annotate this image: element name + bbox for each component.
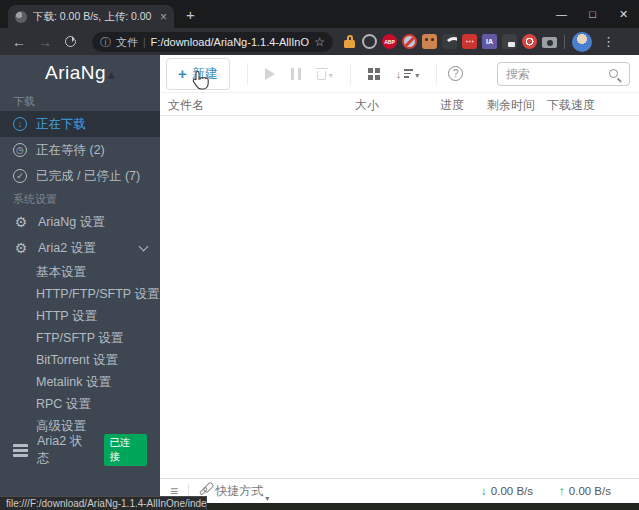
sidebar-item-label: 正在下载 [36,116,86,133]
sidebar-item-label: 已完成 / 已停止 (7) [36,168,140,185]
record-extension-icon[interactable] [522,34,537,49]
address-bar[interactable]: ⓘ 文件 | F:/download/AriaNg-1.1.4-AllInOne… [92,32,333,52]
blocker-extension-icon[interactable] [402,34,417,49]
sidebar-subitem-bittorrent[interactable]: BitTorrent 设置 [0,349,160,371]
forward-icon[interactable]: → [32,34,58,50]
new-task-button[interactable]: + 新建 [166,58,230,90]
extensions-row: ABP ⋯ IA ⋮ [342,31,621,52]
pause-button[interactable] [291,68,301,80]
maximize-button[interactable]: □ [577,0,608,28]
delete-button[interactable]: ▾ [317,68,333,80]
toolbar-divider [436,63,437,85]
column-header-size[interactable]: 大小 [355,97,379,114]
caret-down-icon: ▾ [265,494,269,503]
sidebar-section-downloads: 下载 [0,91,160,111]
screenshot-extension-icon[interactable] [542,37,557,48]
tab-close-icon[interactable]: × [160,11,167,23]
adblock-extension-icon[interactable]: ABP [382,34,397,49]
app-logo: AriaNg [0,55,160,91]
link-icon [199,486,208,495]
column-header-filename[interactable]: 文件名 [168,97,204,114]
browser-titlebar: 下载: 0.00 B/s, 上传: 0.00 B/s - AriaNg × + … [0,0,639,28]
back-icon[interactable]: ← [6,34,32,50]
sidebar-item-ariang-settings[interactable]: ⚙ AriaNg 设置 [0,209,160,235]
search-box [497,62,630,86]
logo-mark-icon [107,72,117,82]
sidebar-item-waiting[interactable]: ◷ 正在等待 (2) [0,137,160,163]
speed-indicators: ↓ 0.00 B/s ↑ 0.00 B/s [481,485,629,497]
toolbar-divider [247,63,248,85]
view-mode-button[interactable] [368,68,380,80]
sidebar-item-aria2-status[interactable]: Aria2 状态 已连接 [0,437,160,463]
profile-avatar[interactable] [572,32,592,52]
sidebar-item-aria2-settings[interactable]: ⚙ Aria2 设置 [0,235,160,261]
sidebar-subitem-ftp-sftp[interactable]: FTP/SFTP 设置 [0,327,160,349]
main-panel: + 新建 ▾ ↓ ▾ ? 文件名 大小 进度 剩余时间 下载速度 [160,55,639,503]
sidebar-item-downloading[interactable]: ↓ 正在下载 [0,111,160,137]
sidebar-subitem-metalink[interactable]: Metalink 设置 [0,371,160,393]
sidebar-section-settings: 系统设置 [0,189,160,209]
shortcut-menu[interactable]: 快捷方式 [215,483,263,500]
server-icon [13,444,28,457]
tampermonkey-extension-icon[interactable] [422,34,437,49]
search-input[interactable] [506,67,608,81]
page-info-icon[interactable]: ⓘ [100,35,111,50]
window-controls: — □ ✕ [546,0,639,28]
gears-icon: ⚙ [13,240,29,256]
scheme-label: 文件 [116,35,138,50]
upload-speed-value: 0.00 B/s [569,485,611,497]
table-header: 文件名 大小 进度 剩余时间 下载速度 [160,93,639,116]
column-header-speed[interactable]: 下载速度 [547,97,595,114]
sidebar-subitem-http-ftp-sftp[interactable]: HTTP/FTP/SFTP 设置 [0,283,160,305]
url-text[interactable]: F:/download/AriaNg-1.1.4-AllInOne... [151,36,310,48]
archive-extension-icon[interactable]: IA [482,34,497,49]
tab-favicon-icon [15,11,27,23]
sidebar-item-stopped[interactable]: ✓ 已完成 / 已停止 (7) [0,163,160,189]
app-footer: ≡ 快捷方式 ▾ ↓ 0.00 B/s ↑ 0.00 B/s [160,478,639,503]
new-tab-button[interactable]: + [186,6,195,23]
gear-icon: ⚙ [13,214,29,230]
circle-extension-icon[interactable] [362,34,377,49]
browser-menu-icon[interactable]: ⋮ [602,34,615,49]
start-button[interactable] [265,68,275,80]
sidebar-subitem-rpc[interactable]: RPC 设置 [0,393,160,415]
dark-extension-icon[interactable] [442,34,457,49]
bookmark-star-icon[interactable]: ☆ [314,35,325,49]
sidebar-item-label: Aria2 设置 [38,240,96,257]
check-circle-icon: ✓ [13,169,27,183]
close-button[interactable]: ✕ [608,0,639,28]
browser-status-bar: file:///F:/download/AriaNg-1.1.4-AllInOn… [0,496,207,510]
sidebar-subitem-basic[interactable]: 基本设置 [0,261,160,283]
grid-icon [368,68,373,73]
chevron-down-icon [139,241,149,251]
sort-icon: ↓ [396,68,414,80]
toolbar-divider [350,63,351,85]
minimize-button[interactable]: — [546,0,577,28]
reload-icon[interactable] [65,36,76,47]
caret-down-icon: ▾ [415,71,419,80]
connected-badge: 已连接 [104,434,147,466]
new-task-label: 新建 [192,65,218,83]
play-icon [265,68,275,80]
pip-extension-icon[interactable] [502,34,517,49]
download-speed: ↓ 0.00 B/s [481,485,533,497]
toolbar-separator [564,35,565,49]
clock-icon: ◷ [13,143,27,157]
tab-title: 下载: 0.00 B/s, 上传: 0.00 B/s - AriaNg [33,10,154,24]
download-circle-icon: ↓ [13,117,27,131]
sidebar: AriaNg 下载 ↓ 正在下载 ◷ 正在等待 (2) ✓ 已完成 / 已停止 … [0,55,160,503]
caret-down-icon: ▾ [329,71,333,80]
pause-icon [291,68,301,80]
column-header-progress[interactable]: 进度 [440,97,464,114]
download-arrow-icon: ↓ [481,485,487,497]
sort-button[interactable]: ↓ ▾ [396,68,420,80]
search-icon[interactable] [608,68,621,81]
sidebar-subitem-http[interactable]: HTTP 设置 [0,305,160,327]
sidebar-item-label: Aria2 状态 [37,433,95,467]
downloader-extension-icon[interactable]: ⋯ [462,34,477,49]
column-header-remaining[interactable]: 剩余时间 [487,97,535,114]
sidebar-item-label: AriaNg 设置 [38,214,105,231]
lock-extension-icon[interactable] [342,34,357,49]
help-button[interactable]: ? [448,66,463,81]
browser-tab[interactable]: 下载: 0.00 B/s, 上传: 0.00 B/s - AriaNg × [8,5,174,28]
